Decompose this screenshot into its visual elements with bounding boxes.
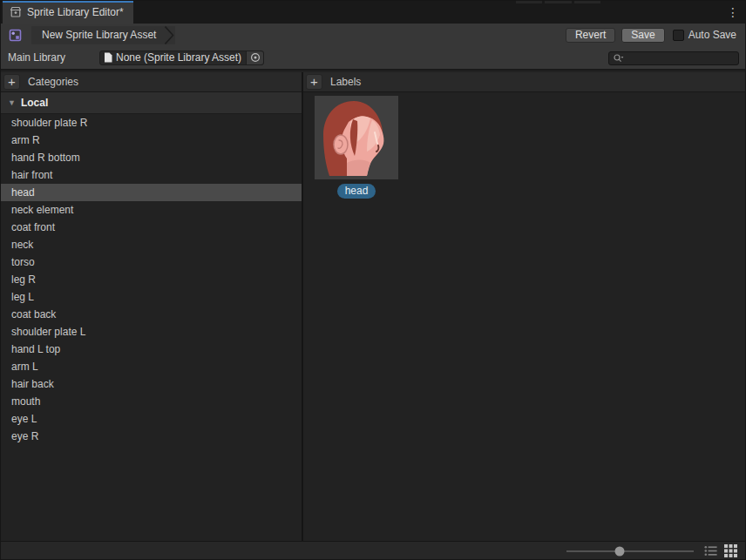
category-row[interactable]: hand L top: [1, 341, 302, 358]
category-row[interactable]: arm L: [1, 358, 302, 375]
categories-header: + Categories: [1, 72, 302, 92]
sprite-library-window-icon: [9, 5, 23, 19]
category-row[interactable]: arm R: [1, 132, 302, 149]
editor-toolbar: New Sprite Library Asset Revert Save Aut…: [1, 24, 745, 46]
categories-title: Categories: [28, 76, 78, 88]
categories-panel: + Categories ▼ Local shoulder plate Rarm…: [1, 72, 303, 541]
breadcrumb-label: New Sprite Library Asset: [42, 29, 156, 41]
category-row[interactable]: eye R: [1, 428, 302, 445]
kebab-menu-icon[interactable]: ⋮: [727, 3, 739, 21]
auto-save-checkbox[interactable]: [673, 30, 684, 41]
category-row[interactable]: hand R bottom: [1, 149, 302, 166]
category-row[interactable]: neck: [1, 236, 302, 253]
labels-header: + Labels: [303, 72, 745, 92]
search-input[interactable]: [626, 52, 738, 64]
label-badge: head: [337, 184, 376, 199]
tab-sprite-library-editor[interactable]: Sprite Library Editor*: [3, 1, 133, 24]
add-label-button[interactable]: +: [306, 74, 322, 90]
label-badge-row: head: [315, 184, 398, 199]
sprite-library-editor-window: Sprite Library Editor* ⋮ New Sprite Libr…: [0, 0, 746, 560]
main-library-label: Main Library: [8, 51, 99, 64]
labels-panel: + Labels head: [303, 72, 745, 541]
category-row[interactable]: neck element: [1, 201, 302, 219]
save-button[interactable]: Save: [621, 28, 664, 43]
head-sprite-image: [315, 96, 398, 179]
category-list: shoulder plate Rarm Rhand R bottomhair f…: [1, 114, 302, 541]
tab-bar: Sprite Library Editor* ⋮: [1, 1, 745, 24]
slider-track: [566, 550, 694, 552]
local-foldout[interactable]: ▼ Local: [1, 92, 302, 114]
search-icon: [613, 53, 624, 64]
category-row[interactable]: coat back: [1, 306, 302, 323]
active-tab-accent-line: [3, 1, 133, 3]
object-picker-icon[interactable]: [246, 51, 263, 64]
breadcrumb-chevron-icon: [165, 26, 175, 44]
revert-button[interactable]: Revert: [566, 28, 615, 43]
category-row[interactable]: mouth: [1, 393, 302, 410]
tab-title: Sprite Library Editor*: [27, 6, 124, 18]
category-row[interactable]: hair back: [1, 375, 302, 393]
search-field[interactable]: [608, 51, 739, 65]
slider-knob[interactable]: [615, 546, 625, 556]
local-foldout-label: Local: [21, 97, 48, 109]
category-row[interactable]: head: [1, 184, 302, 201]
inactive-tab-remnant: [574, 1, 600, 3]
inactive-tab-remnant: [545, 1, 572, 3]
category-row[interactable]: torso: [1, 253, 302, 271]
category-row[interactable]: shoulder plate R: [1, 114, 302, 132]
main-split-view: + Categories ▼ Local shoulder plate Rarm…: [1, 72, 745, 541]
grid-view-icon[interactable]: [724, 544, 737, 557]
category-row[interactable]: eye L: [1, 410, 302, 428]
add-category-button[interactable]: +: [3, 74, 20, 90]
auto-save-label: Auto Save: [688, 29, 736, 41]
main-library-row: Main Library None (Sprite Library Asset): [1, 46, 745, 71]
list-view-icon[interactable]: [704, 545, 717, 557]
foldout-triangle-icon: ▼: [8, 98, 16, 107]
breadcrumb[interactable]: New Sprite Library Asset: [31, 26, 175, 44]
label-cell[interactable]: head: [315, 96, 398, 199]
category-row[interactable]: leg R: [1, 271, 302, 288]
category-row[interactable]: shoulder plate L: [1, 323, 302, 341]
sprite-library-asset-icon: [8, 28, 23, 43]
asset-document-icon: [104, 52, 112, 63]
labels-grid: head: [303, 92, 745, 541]
thumbnail-zoom-slider[interactable]: [566, 542, 694, 560]
bottom-bar: [1, 541, 745, 559]
category-row[interactable]: leg L: [1, 288, 302, 306]
category-row[interactable]: coat front: [1, 219, 302, 236]
main-library-object-field[interactable]: None (Sprite Library Asset): [99, 51, 264, 65]
object-field-value: None (Sprite Library Asset): [116, 51, 246, 64]
labels-title: Labels: [330, 76, 361, 88]
sprite-thumbnail[interactable]: [315, 96, 398, 179]
category-row[interactable]: hair front: [1, 166, 302, 184]
inactive-tab-remnant: [516, 1, 542, 3]
